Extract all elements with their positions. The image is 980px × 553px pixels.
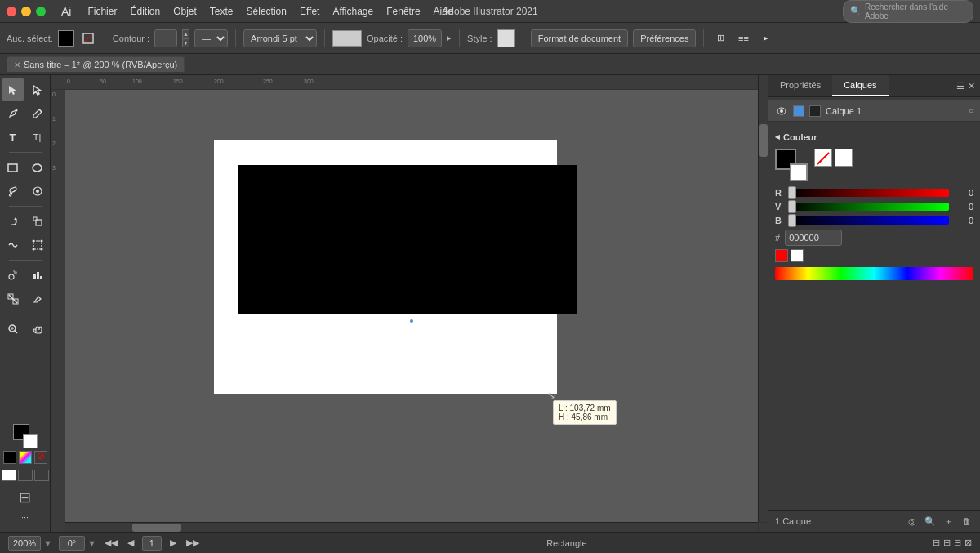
background-swatch[interactable] (23, 434, 38, 448)
more-tools[interactable]: ··· (21, 512, 29, 522)
vertical-scrollbar[interactable] (758, 75, 768, 522)
zoom-input[interactable] (8, 536, 41, 551)
nav-first-btn[interactable]: ◀◀ (103, 537, 119, 548)
color-background-swatch[interactable] (790, 163, 808, 181)
doc-format-btn[interactable]: Format de document (531, 29, 629, 47)
search-layer-icon[interactable]: 🔍 (923, 514, 938, 528)
no-fill-swatch[interactable] (814, 149, 832, 167)
status-icon-4[interactable]: ⊠ (964, 537, 972, 548)
arrange-icon[interactable]: ⊞ (711, 29, 729, 47)
delete-layer-icon[interactable]: 🗑 (959, 514, 973, 528)
hex-input[interactable] (785, 230, 842, 246)
selection-tool[interactable] (2, 78, 24, 101)
menu-fichier[interactable]: Fichier (82, 4, 122, 19)
pen-tool[interactable] (2, 102, 24, 125)
hand-tool[interactable] (26, 318, 49, 341)
status-icon-2[interactable]: ⊞ (943, 537, 951, 548)
app-icon[interactable]: Ai (56, 3, 77, 20)
type-tool[interactable]: T (2, 126, 24, 149)
symbol-spray-tool[interactable] (2, 264, 24, 287)
canvas-area[interactable]: L : 103,72 mm H : 45,86 mm ⤡ 0 1 2 3 0 5… (51, 75, 768, 532)
screen-mode-fullnomenu[interactable] (34, 470, 49, 481)
panel-menu-icon[interactable]: ☰ (956, 81, 964, 91)
green-slider-track[interactable] (788, 203, 949, 211)
status-icon-3[interactable]: ⊟ (954, 537, 961, 548)
tab-layers[interactable]: Calques (832, 75, 888, 96)
gradient-mode[interactable] (19, 451, 32, 464)
red-slider-thumb[interactable] (788, 186, 796, 199)
minimize-button[interactable] (21, 7, 31, 16)
red-slider-track[interactable] (788, 189, 949, 197)
column-graph-tool[interactable] (26, 264, 49, 287)
horizontal-scrollbar[interactable] (51, 522, 758, 532)
rotation-input[interactable] (59, 536, 85, 551)
rectangle-tool[interactable] (2, 156, 24, 179)
h-scroll-thumb[interactable] (132, 524, 181, 532)
tab-close-icon[interactable]: ✕ (14, 60, 20, 69)
nav-last-btn[interactable]: ▶▶ (185, 537, 201, 548)
stroke-width-input[interactable] (154, 29, 177, 47)
zoom-tool[interactable] (2, 318, 24, 341)
none-mode[interactable]: ⊘ (34, 451, 47, 464)
free-transform-tool[interactable] (26, 234, 49, 256)
v-scroll-thumb[interactable] (760, 124, 768, 157)
maximize-button[interactable] (36, 7, 46, 16)
menu-effet[interactable]: Effet (294, 4, 325, 19)
color-collapse-icon[interactable]: ◂ (775, 132, 780, 142)
red-preset-swatch[interactable] (775, 249, 788, 262)
menu-fenetre[interactable]: Fenêtre (381, 4, 425, 19)
layer-row[interactable]: Calque 1 ○ (768, 100, 980, 122)
stroke-up-btn[interactable]: ▲ (182, 29, 189, 38)
stroke-style-select[interactable]: — - - ··· (194, 29, 228, 47)
layer-expand-icon[interactable]: ○ (969, 106, 973, 115)
artboard-tool[interactable]: ⊟ (19, 488, 31, 506)
search-bar[interactable]: 🔍 Rechercher dans l'aide Adobe (843, 0, 973, 23)
corner-select[interactable]: Arrondi 5 pt (243, 29, 317, 47)
rotate-tool[interactable] (2, 210, 24, 233)
tab-properties[interactable]: Propriétés (768, 75, 832, 96)
menu-edition[interactable]: Édition (124, 4, 166, 19)
opacity-expand-icon[interactable]: ▸ (447, 33, 452, 43)
nav-prev-btn[interactable]: ◀ (126, 537, 136, 548)
direct-selection-tool[interactable] (26, 78, 49, 101)
white-preset-swatch[interactable] (791, 249, 804, 262)
pencil-tool[interactable] (26, 102, 49, 125)
white-swatch[interactable] (835, 149, 853, 167)
ellipse-tool[interactable] (26, 156, 49, 179)
menu-affichage[interactable]: Affichage (327, 4, 379, 19)
slice-tool[interactable] (2, 288, 24, 310)
more-icon[interactable]: ▸ (757, 29, 775, 47)
warp-tool[interactable] (2, 234, 24, 256)
style-preview[interactable] (497, 29, 515, 47)
nav-next-btn[interactable]: ▶ (168, 537, 178, 548)
menu-selection[interactable]: Sélection (241, 4, 292, 19)
nav-page-input[interactable] (142, 536, 162, 551)
layer-visibility-icon[interactable] (775, 105, 788, 118)
color-mode[interactable] (3, 451, 16, 464)
status-icon-1[interactable]: ⊟ (933, 537, 940, 548)
stroke-icon-btn[interactable] (79, 29, 97, 47)
doc-tab[interactable]: ✕ Sans titre – 1* @ 200 % (RVB/Aperçu) (7, 56, 185, 72)
color-spectrum-bar[interactable] (775, 267, 973, 280)
fill-swatch[interactable] (58, 30, 74, 47)
menu-objet[interactable]: Objet (167, 4, 203, 19)
green-slider-thumb[interactable] (788, 200, 796, 213)
blob-brush-tool[interactable] (26, 180, 49, 203)
stroke-down-btn[interactable]: ▼ (182, 38, 189, 47)
type-area-tool[interactable]: T| (26, 126, 49, 149)
screen-mode-normal[interactable] (2, 470, 16, 481)
blue-slider-track[interactable] (788, 216, 949, 225)
paintbrush-tool[interactable] (2, 180, 24, 203)
opacity-input[interactable] (408, 29, 442, 47)
eraser-tool[interactable] (26, 288, 49, 310)
menu-texte[interactable]: Texte (204, 4, 239, 19)
scale-tool[interactable] (26, 210, 49, 233)
close-button[interactable] (7, 7, 16, 16)
align-icon[interactable]: ≡≡ (734, 29, 752, 47)
screen-mode-full[interactable] (18, 470, 33, 481)
locate-layer-icon[interactable]: ◎ (905, 514, 920, 528)
preferences-btn[interactable]: Préférences (633, 29, 696, 47)
rectangle-shape[interactable] (238, 165, 577, 314)
blue-slider-thumb[interactable] (788, 214, 796, 227)
panel-close-icon[interactable]: ✕ (968, 81, 975, 91)
